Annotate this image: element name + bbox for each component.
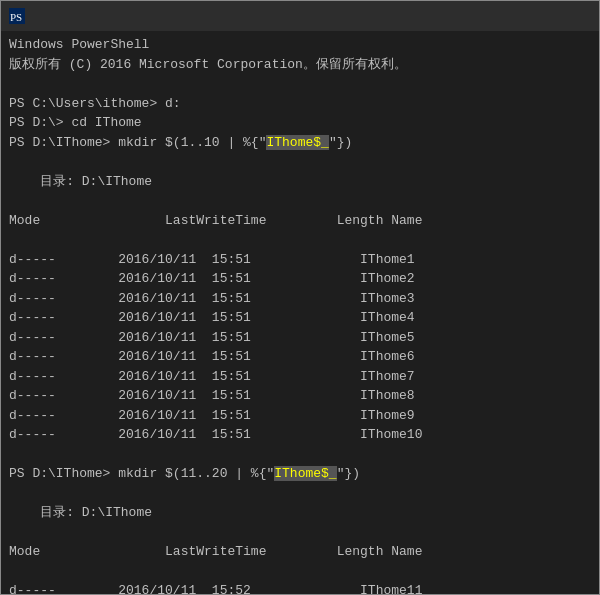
dir-row: d----- 2016/10/11 15:51 IThome3 bbox=[9, 291, 415, 306]
powershell-window: PS Windows PowerShell 版权所有 (C) 2016 Micr… bbox=[0, 0, 600, 595]
minimize-button[interactable] bbox=[469, 1, 515, 31]
svg-text:PS: PS bbox=[10, 11, 22, 23]
dir-label2: 目录: D:\IThome bbox=[9, 505, 152, 520]
maximize-button[interactable] bbox=[511, 1, 557, 31]
cmd-mkdir1: PS D:\IThome> mkdir $(1..10 | %{"IThome$… bbox=[9, 135, 352, 150]
header-line1: Windows PowerShell bbox=[9, 37, 149, 52]
dir-row: d----- 2016/10/11 15:51 IThome9 bbox=[9, 408, 415, 423]
dir-label1: 目录: D:\IThome bbox=[9, 174, 152, 189]
powershell-icon: PS bbox=[9, 8, 25, 24]
dir-row: d----- 2016/10/11 15:51 IThome8 bbox=[9, 388, 415, 403]
col-headers2: Mode LastWriteTime Length Name bbox=[9, 544, 422, 559]
col-headers1: Mode LastWriteTime Length Name bbox=[9, 213, 422, 228]
ithome-var2: IThome$_ bbox=[274, 466, 336, 481]
cmd-mkdir2: PS D:\IThome> mkdir $(11..20 | %{"IThome… bbox=[9, 466, 360, 481]
dir-row: d----- 2016/10/11 15:51 IThome10 bbox=[9, 427, 422, 442]
dir-row: d----- 2016/10/11 15:51 IThome7 bbox=[9, 369, 415, 384]
ithome-var1: IThome$_ bbox=[266, 135, 328, 150]
close-button[interactable] bbox=[553, 1, 599, 31]
console-scroll-area[interactable]: Windows PowerShell 版权所有 (C) 2016 Microso… bbox=[1, 31, 599, 594]
console-output: Windows PowerShell 版权所有 (C) 2016 Microso… bbox=[1, 31, 599, 594]
dir-row: d----- 2016/10/11 15:51 IThome6 bbox=[9, 349, 415, 364]
title-bar: PS bbox=[1, 1, 599, 31]
dir-row: d----- 2016/10/11 15:51 IThome4 bbox=[9, 310, 415, 325]
dir-row: d----- 2016/10/11 15:52 IThome11 bbox=[9, 583, 422, 594]
dir-row: d----- 2016/10/11 15:51 IThome1 bbox=[9, 252, 415, 267]
prompt-line1: PS C:\Users\ithome> d: bbox=[9, 96, 181, 111]
dir-row: d----- 2016/10/11 15:51 IThome5 bbox=[9, 330, 415, 345]
dir-row: d----- 2016/10/11 15:51 IThome2 bbox=[9, 271, 415, 286]
prompt-line2: PS D:\> cd IThome bbox=[9, 115, 142, 130]
header-line2: 版权所有 (C) 2016 Microsoft Corporation。保留所有… bbox=[9, 57, 407, 72]
window-controls bbox=[469, 1, 591, 31]
